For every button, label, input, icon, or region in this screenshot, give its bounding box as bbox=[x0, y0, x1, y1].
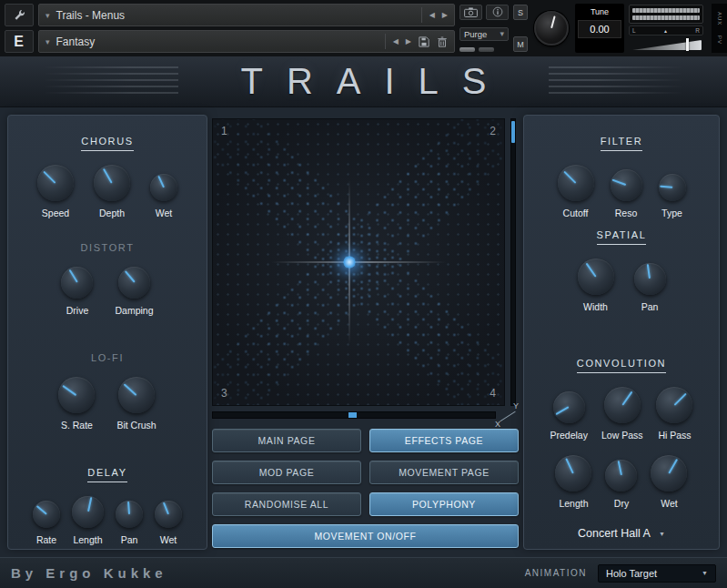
pad-y-scrollbar-handle[interactable] bbox=[511, 121, 515, 143]
tune-knob[interactable] bbox=[534, 11, 569, 46]
randomise-all-button[interactable]: RANDOMISE ALL bbox=[212, 492, 361, 516]
knob-conv-predelay[interactable]: Predelay bbox=[550, 391, 588, 441]
knob-dial[interactable] bbox=[33, 501, 60, 528]
knob-dial[interactable] bbox=[604, 387, 641, 423]
prev-preset-button[interactable]: ◀ bbox=[393, 37, 399, 46]
knob-dial[interactable] bbox=[61, 267, 93, 299]
xy-axis-slider[interactable] bbox=[500, 411, 515, 422]
knob-filter-type[interactable]: Type bbox=[659, 174, 686, 218]
spatial-section-title: SPATIAL bbox=[597, 229, 647, 245]
knob-spatial-width[interactable]: Width bbox=[578, 259, 614, 312]
movement-onoff-button[interactable]: MOVEMENT ON/OFF bbox=[212, 524, 519, 548]
knob-pointer-icon bbox=[674, 392, 687, 405]
effects-page-button[interactable]: EFFECTS PAGE bbox=[369, 429, 519, 452]
knob-conv-wet[interactable]: Wet bbox=[651, 455, 687, 509]
wrench-button[interactable] bbox=[5, 4, 34, 26]
knob-lofi-bitcrush[interactable]: Bit Crush bbox=[116, 377, 156, 431]
banner-streaks-left bbox=[42, 66, 178, 97]
knob-delay-rate[interactable]: Rate bbox=[33, 501, 60, 545]
knob-dial[interactable] bbox=[553, 391, 585, 423]
instrument-menu-dropdown-icon[interactable]: ▾ bbox=[45, 11, 50, 20]
knob-pointer-icon bbox=[566, 458, 575, 474]
knob-dial[interactable] bbox=[118, 267, 150, 299]
main-page-button[interactable]: MAIN PAGE bbox=[212, 429, 361, 452]
knob-lofi-srate[interactable]: S. Rate bbox=[58, 377, 95, 431]
knob-distort-damping[interactable]: Damping bbox=[115, 267, 153, 316]
distort-section: DISTORT Drive Damping bbox=[61, 242, 153, 316]
knob-chorus-depth[interactable]: Depth bbox=[94, 165, 130, 218]
center-column: 1 2 3 4 Y X MAIN PAGE EFFECTS PAGE MOD P… bbox=[212, 118, 519, 548]
polyphony-button[interactable]: POLYPHONY bbox=[369, 492, 519, 516]
output-section: L ▲ R bbox=[629, 4, 703, 53]
x-axis-label: X bbox=[495, 420, 500, 429]
preset-menu-dropdown-icon[interactable]: ▾ bbox=[45, 37, 50, 46]
knob-dial[interactable] bbox=[578, 259, 614, 295]
prev-instrument-button[interactable]: ◀ bbox=[429, 11, 435, 19]
knob-dial[interactable] bbox=[58, 377, 95, 413]
next-preset-button[interactable]: ▶ bbox=[406, 37, 411, 46]
movement-page-button[interactable]: MOVEMENT PAGE bbox=[369, 461, 519, 484]
volume-fader[interactable] bbox=[629, 37, 703, 51]
knob-dial[interactable] bbox=[118, 377, 155, 413]
aux-label[interactable]: AUX bbox=[717, 12, 722, 25]
knob-conv-lowpass[interactable]: Low Pass bbox=[601, 387, 643, 441]
knob-label: Rate bbox=[36, 534, 56, 545]
solo-button[interactable]: S bbox=[513, 5, 528, 20]
knob-dial[interactable] bbox=[150, 174, 177, 201]
knob-dial[interactable] bbox=[72, 496, 104, 528]
knob-dial[interactable] bbox=[155, 501, 182, 528]
tune-value[interactable]: 0.00 bbox=[578, 20, 621, 38]
knob-pointer-icon bbox=[103, 168, 113, 184]
knob-distort-drive[interactable]: Drive bbox=[61, 267, 93, 316]
pad-x-scrollbar-handle[interactable] bbox=[348, 412, 357, 418]
knob-dial[interactable] bbox=[605, 460, 637, 492]
knob-dial[interactable] bbox=[651, 455, 687, 492]
knob-dial[interactable] bbox=[611, 169, 642, 201]
xy-axis-widget[interactable]: Y X bbox=[496, 404, 519, 427]
knob-dial[interactable] bbox=[558, 165, 594, 201]
knob-dial[interactable] bbox=[94, 165, 130, 201]
animation-dropdown[interactable]: Holo Target ▼ bbox=[598, 564, 716, 583]
knob-pointer-icon bbox=[556, 407, 570, 416]
knob-dial[interactable] bbox=[659, 174, 686, 201]
knob-dial[interactable] bbox=[37, 165, 74, 201]
knob-dial[interactable] bbox=[656, 387, 692, 423]
knob-conv-length[interactable]: Length bbox=[555, 455, 591, 509]
purge-dropdown[interactable]: Purge ▾ bbox=[459, 27, 509, 41]
mute-button[interactable]: M bbox=[513, 36, 528, 52]
next-instrument-button[interactable]: ▶ bbox=[442, 11, 448, 19]
pv-label[interactable]: PV bbox=[717, 35, 722, 45]
knob-conv-dry[interactable]: Dry bbox=[605, 460, 637, 509]
pad-x-scrollbar[interactable] bbox=[212, 411, 496, 419]
knob-label: Predelay bbox=[550, 430, 588, 441]
xy-cursor[interactable] bbox=[343, 256, 356, 269]
info-button[interactable] bbox=[486, 5, 509, 20]
dropdown-triangle-icon: ▼ bbox=[702, 570, 708, 576]
knob-dial[interactable] bbox=[116, 501, 143, 528]
knob-label: Reso bbox=[615, 208, 638, 218]
chorus-section-title: CHORUS bbox=[81, 136, 133, 151]
knob-label: Length bbox=[559, 498, 588, 509]
knob-delay-pan[interactable]: Pan bbox=[116, 501, 143, 545]
snapshot-camera-button[interactable] bbox=[459, 5, 482, 20]
knob-filter-reso[interactable]: Reso bbox=[611, 169, 642, 218]
delete-button[interactable] bbox=[437, 36, 448, 47]
pan-control[interactable]: L ▲ R bbox=[629, 25, 703, 35]
save-button[interactable] bbox=[419, 36, 429, 47]
knob-dial[interactable] bbox=[555, 455, 591, 492]
knob-delay-wet[interactable]: Wet bbox=[155, 501, 182, 545]
knob-chorus-speed[interactable]: Speed bbox=[37, 165, 74, 218]
pad-y-scrollbar[interactable] bbox=[510, 118, 516, 406]
knob-delay-length[interactable]: Length bbox=[72, 496, 104, 545]
knob-spatial-pan[interactable]: Pan bbox=[634, 263, 666, 312]
knob-chorus-wet[interactable]: Wet bbox=[150, 174, 177, 218]
knob-filter-cutoff[interactable]: Cutoff bbox=[558, 165, 594, 218]
convolution-ir-dropdown[interactable]: Concert Hall A ▼ bbox=[578, 527, 665, 540]
knob-dial[interactable] bbox=[634, 263, 666, 295]
fader-handle[interactable] bbox=[686, 38, 689, 51]
knob-pointer-icon bbox=[618, 461, 622, 476]
mod-page-button[interactable]: MOD PAGE bbox=[212, 461, 361, 484]
xy-pad[interactable]: 1 2 3 4 bbox=[212, 118, 505, 406]
knob-pointer-icon bbox=[669, 459, 679, 474]
knob-conv-hipass[interactable]: Hi Pass bbox=[656, 387, 692, 441]
